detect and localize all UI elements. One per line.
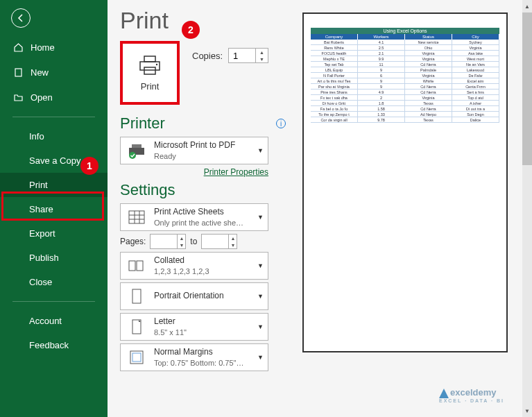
table-cell: Palmdale: [405, 67, 452, 72]
sidebar-item-open[interactable]: Open: [0, 85, 108, 110]
back-button[interactable]: [11, 8, 31, 28]
table-cell: Ad Nerpo: [405, 112, 452, 117]
spinner-down[interactable]: ▼: [229, 241, 237, 248]
table-cell: West mort: [452, 56, 499, 61]
print-button[interactable]: Print: [120, 41, 180, 105]
table-cell: Art o fa this mul Tes: [311, 78, 358, 83]
table-row: Pine ires Shans4.9Cd NerraSert a hns: [311, 90, 499, 95]
sidebar-item-print[interactable]: Print: [0, 173, 108, 197]
open-icon: [12, 92, 24, 103]
svg-point-4: [156, 63, 157, 65]
sidebar-item-info[interactable]: Info: [0, 124, 108, 148]
table-row: Fa bel o ta Jo fo1.58Cd NerraDi out tra …: [311, 106, 499, 112]
spinner-up[interactable]: ▲: [229, 235, 237, 241]
table-cell: Asa lake: [452, 51, 499, 56]
spinner-up[interactable]: ▲: [256, 49, 268, 56]
chevron-down-icon: ▼: [257, 323, 264, 330]
table-cell: Cd Nerra: [405, 106, 452, 111]
print-button-label: Print: [141, 81, 160, 92]
svg-rect-2: [140, 62, 160, 70]
margins-dropdown[interactable]: Normal Margins Top: 0.75" Bottom: 0.75"……: [120, 343, 268, 371]
table-row: Fx tex t sak dha2VirginiaTop d atd: [311, 95, 499, 101]
printer-section-title: Printer: [120, 114, 165, 133]
collate-dropdown[interactable]: Collated 1,2,3 1,2,3 1,2,3 ▼: [120, 252, 268, 280]
table-row: Par sho at Virginia9Cd NerraCenta Frzm: [311, 84, 499, 90]
svg-rect-13: [129, 261, 135, 271]
orientation-dropdown[interactable]: Portrait Orientation ▼: [120, 282, 268, 310]
orientation-label: Portrait Orientation: [154, 291, 252, 302]
svg-rect-8: [129, 211, 144, 223]
page-title: Print: [120, 7, 286, 34]
scroll-up-icon[interactable]: ▲: [522, 1, 532, 11]
preview-table: Using Excel Options Company Workers Stat…: [311, 28, 499, 123]
printer-dropdown[interactable]: Microsoft Print to PDF Ready ▼: [120, 137, 268, 164]
svg-point-7: [129, 152, 136, 159]
home-icon: [12, 42, 24, 53]
print-what-dropdown[interactable]: Print Active Sheets Only print the activ…: [120, 203, 268, 231]
table-cell: Fa bel o ta Jo fo: [311, 106, 358, 111]
sidebar-item-label: Home: [31, 42, 55, 53]
sidebar-item-close[interactable]: Close: [0, 270, 108, 294]
table-cell: Cd Nerra: [405, 84, 452, 89]
col-header: Status: [405, 34, 452, 40]
table-cell: Virginia: [405, 95, 452, 100]
table-cell: 1.8: [358, 101, 405, 105]
table-cell: 2.5: [358, 45, 405, 50]
sidebar-item-label: Feedback: [29, 340, 69, 350]
copies-input[interactable]: [229, 49, 255, 62]
sidebar-item-publish[interactable]: Publish: [0, 246, 108, 270]
table-cell: Sydney: [452, 40, 499, 44]
sidebar-item-label: Publish: [29, 253, 59, 263]
copies-spinner[interactable]: ▲ ▼: [228, 48, 268, 63]
sidebar-item-home[interactable]: Home: [0, 35, 108, 60]
paper-dropdown[interactable]: Letter 8.5" x 11" ▼: [120, 313, 268, 341]
svg-rect-1: [144, 56, 155, 62]
margins-icon: [125, 347, 148, 368]
scroll-down-icon[interactable]: ▼: [522, 406, 532, 416]
printer-status: Ready: [154, 151, 252, 161]
table-cell: De Falw: [452, 73, 499, 78]
pages-from-spinner[interactable]: ▲▼: [150, 234, 186, 249]
table-cell: 4.1: [358, 40, 405, 44]
preview-scrollbar[interactable]: ▲ ▼: [522, 0, 532, 417]
printer-properties-link[interactable]: Printer Properties: [120, 167, 268, 177]
main-panel: Print Print Copies:: [108, 0, 532, 417]
table-cell: 1.33: [358, 112, 405, 117]
table-cell: Virginia: [405, 56, 452, 61]
pages-from-input[interactable]: [151, 235, 177, 248]
table-cell: Whirle: [405, 78, 452, 83]
sidebar-item-label: Share: [29, 204, 53, 214]
chevron-down-icon: ▼: [257, 354, 264, 361]
table-cell: Excel aim: [452, 78, 499, 83]
table-cell: Texas: [405, 117, 452, 122]
sidebar-item-new[interactable]: New: [0, 60, 108, 85]
sidebar-item-export[interactable]: Export: [0, 221, 108, 246]
pages-to-label: to: [190, 237, 197, 246]
sidebar-item-share[interactable]: Share: [0, 197, 108, 221]
annotation-badge-1: 1: [80, 157, 98, 175]
pages-label: Pages:: [120, 237, 146, 246]
backstage-sidebar: Home New Open Info Save a Copy Print Sha…: [0, 0, 108, 417]
chevron-down-icon: ▼: [257, 147, 264, 154]
spinner-up[interactable]: ▲: [178, 235, 185, 241]
spinner-down[interactable]: ▼: [178, 241, 185, 248]
sidebar-item-label: Close: [29, 277, 52, 287]
print-settings-column: Print Print Copies:: [108, 0, 291, 417]
svg-rect-0: [15, 69, 22, 76]
pages-to-input[interactable]: [202, 235, 228, 248]
table-row: LBL Equip9PalmdaleLakewood: [311, 67, 499, 73]
spinner-down[interactable]: ▼: [256, 56, 268, 62]
table-cell: A txher: [452, 101, 499, 105]
scrollbar-thumb[interactable]: [522, 12, 532, 165]
sidebar-divider: [12, 301, 95, 302]
sidebar-item-feedback[interactable]: Feedback: [0, 333, 108, 357]
table-row: Cor da virgin all9.78TexasDalice: [311, 117, 499, 123]
table-cell: Pine ires Shans: [311, 90, 358, 94]
table-row: Bat Roberts4.1New serviceSydney: [311, 40, 499, 45]
table-cell: Cor da virgin all: [311, 117, 358, 122]
sidebar-item-account[interactable]: Account: [0, 309, 108, 333]
pages-to-spinner[interactable]: ▲▼: [201, 234, 237, 249]
table-cell: Cd Nerra: [405, 90, 452, 94]
info-icon[interactable]: i: [276, 119, 286, 128]
table-cell: Ohio: [405, 45, 452, 50]
